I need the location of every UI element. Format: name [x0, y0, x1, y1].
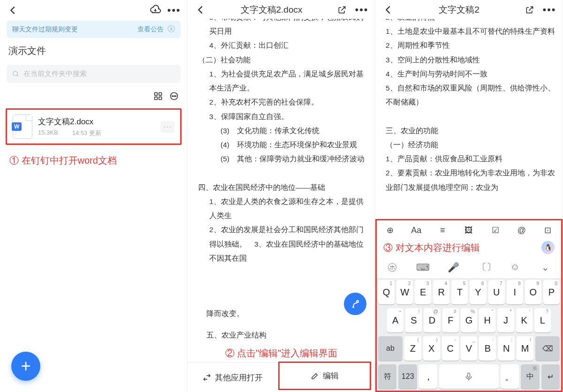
- key-s[interactable]: S!: [405, 308, 422, 332]
- grid-view-icon[interactable]: [153, 91, 163, 101]
- search-input[interactable]: 在当前文件夹中搜索: [7, 65, 181, 83]
- open-with-button[interactable]: 其他应用打开: [188, 363, 278, 392]
- ime-item-2[interactable]: 🎤: [447, 262, 461, 273]
- key-j[interactable]: J*: [497, 308, 514, 332]
- file-more-icon[interactable]: ···: [160, 121, 175, 133]
- back-icon[interactable]: [8, 5, 19, 16]
- key-w[interactable]: W2: [396, 280, 413, 304]
- ime-item-3[interactable]: 〔〕: [477, 261, 491, 273]
- key-e[interactable]: E3: [415, 280, 431, 304]
- key-m[interactable]: M/: [517, 336, 533, 361]
- format-toolbar: ⊕Aa≡🖼☑@⊡: [377, 220, 561, 240]
- close-icon[interactable]: ⓧ: [167, 24, 175, 34]
- banner-text: 聊天文件过期规则变更: [12, 25, 78, 34]
- toolbar-item-0[interactable]: ⊕: [383, 225, 396, 235]
- toolbar-item-6[interactable]: ⊡: [541, 225, 555, 235]
- ime-item-0[interactable]: ㋭: [385, 261, 399, 273]
- ime-item-4[interactable]: ☺: [508, 262, 522, 272]
- voice-fab[interactable]: [344, 293, 366, 315]
- key-q[interactable]: Q1: [378, 280, 395, 304]
- add-button[interactable]: +: [11, 352, 40, 381]
- key-i[interactable]: I8: [507, 280, 523, 304]
- key-x[interactable]: X): [423, 336, 440, 361]
- document-content[interactable]: 2、农业的特点1、土地是农业中最基本且不可替代的特殊生产资料2、周期性和季节性3…: [375, 19, 563, 216]
- key-space[interactable]: [439, 364, 498, 389]
- page-title: 演示文件: [0, 38, 187, 61]
- toolbar-item-2[interactable]: ≡: [436, 226, 449, 235]
- key-a[interactable]: A~: [387, 308, 403, 332]
- key-。[interactable]: 。: [501, 364, 519, 389]
- open-external-icon[interactable]: [524, 4, 535, 15]
- back-icon[interactable]: [195, 4, 206, 15]
- file-time: 14:53 更新: [72, 129, 101, 137]
- key-b[interactable]: B:: [479, 336, 496, 361]
- key-r[interactable]: R4: [433, 280, 449, 304]
- key-v[interactable]: V_: [461, 336, 478, 361]
- more-icon[interactable]: •••: [168, 5, 180, 16]
- key-o[interactable]: O9: [525, 280, 541, 304]
- more-icon[interactable]: •••: [544, 4, 555, 15]
- cloud-download-icon[interactable]: [150, 5, 161, 16]
- key-n[interactable]: N;: [498, 336, 515, 361]
- key-h[interactable]: H": [479, 308, 495, 332]
- file-row-highlight: W 文字文稿2.docx 15.3KB 14:53 更新 ···: [6, 108, 182, 145]
- key-l[interactable]: L?: [534, 308, 551, 332]
- doc-line: (4) 环境功能：生态环境保护和农业景观: [198, 138, 367, 152]
- key-中[interactable]: 中英: [521, 364, 539, 389]
- more-icon[interactable]: •••: [356, 4, 367, 15]
- key-⌫[interactable]: ⌫: [535, 336, 560, 361]
- key-y[interactable]: Y6: [470, 280, 486, 304]
- key-d[interactable]: D@: [424, 308, 440, 332]
- doc-line: 4、生产时间与劳动时间不一致: [386, 67, 555, 81]
- svg-rect-13: [468, 373, 470, 377]
- doc-line: 3、保障国家自立自强。: [198, 110, 367, 124]
- key-u[interactable]: U7: [488, 280, 505, 304]
- doc-line: 2、农业的发展是社会分工和国民经济其他部门得以独础。 3、农业在国民经济中的基础…: [198, 223, 367, 265]
- annotation-3: ③ 对文本内容进行编辑: [383, 241, 480, 254]
- panel-doc-view: 文字文稿2.docx ••• 3、市场贡献：与其他部门的交换，包括农民购买日用4…: [188, 0, 375, 392]
- key-↵[interactable]: ↵: [541, 364, 560, 389]
- toolbar-item-4[interactable]: ☑: [489, 225, 502, 235]
- file-size: 15.3KB: [38, 129, 58, 137]
- doc-line: 1、土地是农业中最基本且不可替代的特殊生产资料: [386, 24, 555, 38]
- back-icon[interactable]: [383, 4, 394, 15]
- file-name: 文字文稿2.docx: [38, 116, 155, 127]
- doc-line: [198, 166, 367, 180]
- key-g[interactable]: G%: [461, 308, 477, 332]
- key-t[interactable]: T5: [451, 280, 468, 304]
- key-f[interactable]: F#: [442, 308, 459, 332]
- banner-action[interactable]: 查看公告: [137, 25, 164, 34]
- notice-banner[interactable]: 聊天文件过期规则变更 查看公告 ⓧ: [7, 21, 181, 38]
- avatar[interactable]: 🐧: [541, 241, 555, 254]
- edit-button[interactable]: 编辑: [278, 362, 372, 390]
- key-c[interactable]: C-: [442, 336, 459, 361]
- toolbar-item-1[interactable]: Aa: [410, 226, 423, 235]
- ime-toolbar: ㋭⌨🎤〔〕☺⌄: [377, 258, 561, 278]
- doc-line: 1、为社会提供充足农产品，满足城乡居民对基本生活产业。: [198, 67, 367, 95]
- ime-item-1[interactable]: ⌨: [416, 262, 430, 273]
- doc-line: 三、农业的功能: [386, 124, 555, 138]
- more-options-icon[interactable]: [169, 91, 179, 101]
- doc-title: 文字文稿2: [439, 4, 479, 16]
- key-p[interactable]: P0: [543, 280, 560, 304]
- doc-line: 3、空间上的分散性和地域性: [386, 53, 555, 67]
- bottom-area: 降而改变。 五、农业产业结构 ② 点击"编辑"进入编辑界面 其他应用打开 编辑: [188, 307, 375, 392]
- doc-line: 2、周期性和季节性: [386, 38, 555, 53]
- doc-line: 4、外汇贡献：出口创汇: [198, 38, 367, 53]
- file-row[interactable]: W 文字文稿2.docx 15.3KB 14:53 更新 ···: [8, 111, 179, 143]
- key-123[interactable]: 123: [398, 364, 417, 389]
- open-external-icon[interactable]: [336, 4, 348, 15]
- key-符[interactable]: 符: [378, 364, 396, 389]
- key-ab[interactable]: ab: [378, 336, 403, 361]
- panel-file-list: ••• 聊天文件过期规则变更 查看公告 ⓧ 演示文件 在当前文件夹中搜索 W 文…: [0, 0, 188, 392]
- toolbar-item-3[interactable]: 🖼: [462, 226, 475, 235]
- key-k[interactable]: K': [516, 308, 533, 332]
- keyboard: Q1W2E3R4T5Y6U7I8O9P0 A~S!D@F#G%H"J*K'L? …: [377, 278, 561, 391]
- toolbar-item-5[interactable]: @: [515, 226, 528, 235]
- key-，[interactable]: ，: [419, 364, 437, 389]
- doc-line: 3、市场贡献：与其他部门的交换，包括农民购买日用: [198, 19, 367, 38]
- annotation-1: ① 在钉钉中打开word文档: [0, 148, 187, 173]
- key-z[interactable]: Z(: [404, 336, 421, 361]
- doc-line: (5) 其他：保障劳动力就业和缓冲经济波动: [198, 152, 367, 166]
- ime-item-5[interactable]: ⌄: [539, 262, 553, 273]
